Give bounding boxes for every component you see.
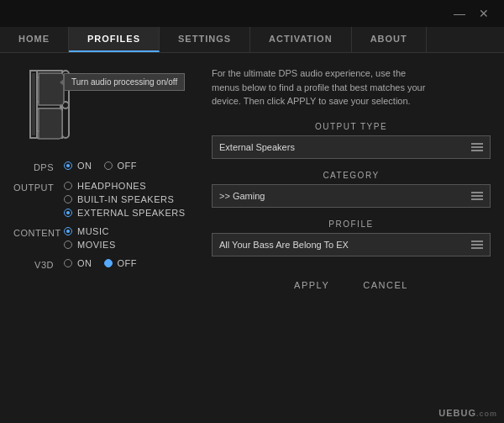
description-text: For the ultimate DPS audio experience, u… [212, 66, 430, 108]
category-label: CATEGORY [212, 171, 491, 180]
output-headphones-radio[interactable] [64, 182, 72, 190]
content-movies-option[interactable]: MOVIES [64, 240, 116, 250]
main-content: Turn audio processing on/off DPS ON OFF … [0, 53, 504, 417]
category-value: >> Gaming [219, 191, 265, 201]
output-type-section: OUTPUT TYPE External Speakers [212, 122, 491, 159]
v3d-control: V3D ON OFF [13, 258, 198, 270]
dps-radio-group: ON OFF [64, 161, 137, 171]
category-section: CATEGORY >> Gaming [212, 171, 491, 208]
watermark-sub: .com [476, 410, 497, 418]
output-radio-group: HEADPHONES BUILT-IN SPEAKERS EXTERNAL SP… [64, 181, 186, 218]
content-label: CONTENT [13, 226, 64, 238]
close-button[interactable]: ✕ [472, 6, 496, 21]
dps-on-label: ON [77, 161, 92, 171]
v3d-on-option[interactable]: ON [64, 258, 92, 268]
content-music-option[interactable]: MUSIC [64, 226, 116, 236]
dps-on-option[interactable]: ON [64, 161, 92, 171]
watermark: UEBUG.com [438, 408, 497, 418]
output-builtin-label: BUILT-IN SPEAKERS [77, 194, 174, 204]
watermark-text: UEBUG [438, 408, 476, 418]
v3d-on-radio[interactable] [64, 259, 72, 267]
output-builtin-option[interactable]: BUILT-IN SPEAKERS [64, 194, 186, 204]
output-headphones-label: HEADPHONES [77, 181, 146, 191]
profile-dropdown[interactable]: All Your Bass Are Belong To EX [212, 233, 491, 256]
apply-button[interactable]: APPLY [287, 277, 336, 293]
profile-section: PROFILE All Your Bass Are Belong To EX [212, 219, 491, 256]
dropdown-icon-3 [471, 241, 483, 249]
action-row: APPLY CANCEL [212, 277, 491, 293]
content-music-label: MUSIC [77, 226, 109, 236]
dropdown-icon-2 [471, 192, 483, 200]
tab-profiles[interactable]: PROFILES [69, 27, 160, 52]
logo-area: Turn audio processing on/off [13, 66, 198, 151]
left-panel: Turn audio processing on/off DPS ON OFF … [13, 66, 198, 404]
tab-about[interactable]: ABOUT [352, 27, 427, 52]
minimize-button[interactable]: — [447, 6, 472, 21]
app-logo [22, 66, 76, 142]
output-external-option[interactable]: EXTERNAL SPEAKERS [64, 208, 186, 218]
v3d-off-option[interactable]: OFF [104, 258, 138, 268]
v3d-off-label: OFF [118, 258, 138, 268]
content-radio-group: MUSIC MOVIES [64, 226, 116, 250]
v3d-off-radio[interactable] [104, 259, 113, 267]
tab-activation[interactable]: ACTIVATION [250, 27, 352, 52]
tab-settings[interactable]: SETTINGS [160, 27, 250, 52]
output-control: OUTPUT HEADPHONES BUILT-IN SPEAKERS EXTE… [13, 181, 198, 218]
output-builtin-radio[interactable] [64, 195, 72, 204]
profile-value: All Your Bass Are Belong To EX [219, 240, 349, 250]
svg-rect-6 [32, 73, 35, 135]
content-movies-label: MOVIES [77, 240, 116, 250]
content-music-radio[interactable] [64, 227, 72, 235]
v3d-label: V3D [13, 258, 64, 270]
output-type-value: External Speakers [219, 142, 295, 152]
content-control: CONTENT MUSIC MOVIES [13, 226, 198, 250]
v3d-on-label: ON [77, 258, 92, 268]
output-label: OUTPUT [13, 181, 64, 193]
dps-off-option[interactable]: OFF [104, 161, 138, 171]
output-type-dropdown[interactable]: External Speakers [212, 135, 491, 159]
cancel-button[interactable]: CANCEL [356, 277, 415, 293]
dps-control: DPS ON OFF [13, 161, 198, 172]
dps-label: DPS [13, 161, 64, 172]
output-type-label: OUTPUT TYPE [212, 122, 491, 131]
dps-on-radio[interactable] [64, 161, 72, 170]
category-dropdown[interactable]: >> Gaming [212, 184, 491, 208]
output-headphones-option[interactable]: HEADPHONES [64, 181, 186, 191]
dps-off-radio[interactable] [104, 161, 113, 170]
profile-label: PROFILE [212, 219, 491, 229]
dropdown-icon [471, 143, 483, 151]
tooltip-box: Turn audio processing on/off [64, 73, 185, 91]
content-movies-radio[interactable] [64, 241, 72, 249]
output-external-label: EXTERNAL SPEAKERS [77, 208, 186, 218]
v3d-radio-group: ON OFF [64, 258, 137, 268]
output-external-radio[interactable] [64, 209, 72, 217]
title-bar: — ✕ [0, 0, 504, 27]
tab-home[interactable]: HOME [0, 27, 69, 52]
right-panel: For the ultimate DPS audio experience, u… [212, 66, 491, 404]
nav-bar: HOME PROFILES SETTINGS ACTIVATION ABOUT [0, 27, 504, 53]
dps-off-label: OFF [118, 161, 138, 171]
